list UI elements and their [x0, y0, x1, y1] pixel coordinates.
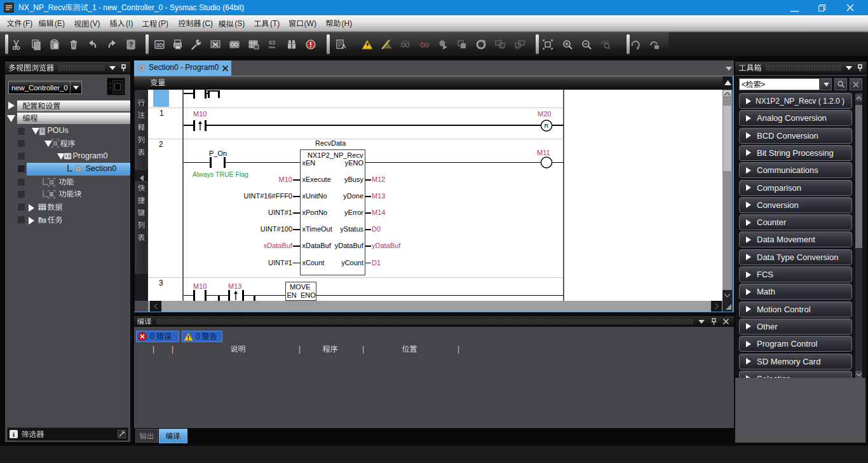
svg-text:?: ? [129, 41, 133, 48]
svg-text:R: R [545, 122, 549, 129]
svg-text:63: 63 [269, 39, 275, 46]
svg-text:3D: 3D [156, 42, 163, 48]
svg-text:100: 100 [600, 39, 609, 45]
